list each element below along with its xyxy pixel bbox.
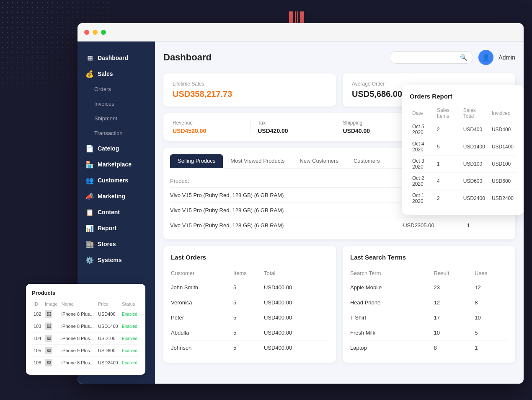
report-date: Oct 1 2020: [410, 190, 434, 207]
revenue-label: Revenue: [173, 120, 244, 126]
prod-col-id: ID: [32, 300, 43, 308]
prod-id: 103: [32, 320, 43, 332]
prod-price: USD100: [96, 332, 120, 345]
prod-image: 🖼: [43, 345, 60, 357]
bottom-row: Last Orders Customer Items Total John Sm…: [163, 246, 515, 363]
prod-id: 104: [32, 332, 43, 345]
report-sales-items: 5: [434, 138, 461, 156]
sidebar-item-catalog[interactable]: 📄 Catelog: [77, 140, 155, 156]
order-total: USD400.00: [264, 295, 328, 310]
order-customer: Abdulla: [171, 325, 233, 340]
tab-new-customers[interactable]: New Customers: [292, 154, 346, 168]
sidebar-item-transaction[interactable]: Transaction: [77, 126, 155, 140]
prod-image: 🖼: [43, 357, 60, 369]
search-term: Laptop: [350, 340, 434, 356]
sidebar-item-shipment[interactable]: Shipment: [77, 111, 155, 126]
prod-id: 102: [32, 308, 43, 320]
col-uses: Uses: [475, 267, 508, 280]
product-price: USD2305.00: [403, 218, 467, 233]
last-orders-table: Customer Items Total John Smith 5 USD400…: [171, 267, 328, 355]
traffic-light-red[interactable]: [84, 30, 89, 35]
col-product: Product: [170, 174, 403, 188]
product-thumbnail: 🖼: [45, 335, 52, 342]
sidebar-label-marketplace: Marketplace: [98, 161, 132, 168]
browser-chrome: [77, 23, 524, 42]
tab-selling-products[interactable]: Selling Producs: [170, 154, 223, 168]
table-row: Fresh Milk 10 5: [350, 325, 508, 340]
table-row: Apple Mobile 23 12: [350, 280, 508, 295]
order-items: 5: [233, 325, 264, 340]
report-col-date: Date: [410, 106, 434, 121]
sidebar-item-orders[interactable]: Orders: [77, 82, 155, 96]
search-result: 12: [434, 295, 475, 310]
product-quantity: 1: [467, 218, 509, 233]
status-badge: Enabled: [122, 361, 137, 365]
avatar: 👤: [478, 50, 493, 65]
marketing-icon: 📣: [86, 192, 93, 200]
lifetime-sales-value: USD358,217.73: [173, 89, 327, 99]
sidebar-item-marketplace[interactable]: 🏪 Marketplace: [77, 156, 155, 172]
list-item: 106 🖼 iPhone 8 Plus... USD2400 Enabled: [32, 357, 139, 369]
table-row: Laptop 8 1: [350, 340, 508, 356]
search-term: T Shirt: [350, 310, 434, 325]
user-name: Admin: [498, 54, 515, 61]
report-sales-total: USD100: [461, 156, 489, 173]
sidebar-label-sales: Sales: [98, 70, 113, 77]
sidebar-item-stores[interactable]: 🏬 Stores: [77, 236, 155, 252]
sidebar-item-customers[interactable]: 👥 Customers: [77, 172, 155, 188]
traffic-light-yellow[interactable]: [93, 30, 98, 35]
sidebar-label-invoices: Invoices: [94, 101, 114, 107]
prod-status: Enabled: [120, 332, 139, 345]
order-customer: John Smith: [171, 280, 233, 295]
sidebar-label-shipment: Shipment: [94, 115, 117, 122]
order-customer: Johnson: [171, 340, 233, 356]
product-thumbnail: 🖼: [45, 322, 52, 330]
prod-col-price: Price: [96, 300, 120, 308]
search-result: 10: [434, 325, 475, 340]
search-result: 17: [434, 310, 475, 325]
sidebar-item-content[interactable]: 📋 Content: [77, 204, 155, 220]
product-thumbnail: 🖼: [45, 310, 52, 318]
tab-most-viewed[interactable]: Most Viewed Products: [223, 154, 292, 168]
order-total: USD400.00: [264, 340, 328, 356]
sidebar-label-transaction: Transaction: [94, 130, 122, 136]
products-floating-title: Products: [32, 290, 139, 296]
sidebar-item-dashboard[interactable]: ⊞ Dashboard: [77, 50, 155, 66]
header-right: 🔍 👤 Admin: [390, 50, 515, 65]
table-row: Vivo V15 Pro (Ruby Red, 128 GB) (6 GB RA…: [170, 218, 509, 233]
report-col-sales-items: Sales Items: [434, 106, 461, 121]
sidebar-label-orders: Orders: [94, 86, 111, 92]
orders-report-table: Date Sales Items Sales Total Invoiced Oc…: [410, 106, 516, 207]
table-row: Peter 5 USD400.00: [171, 310, 328, 325]
report-sales-total: USD2400: [461, 190, 489, 207]
report-invoiced: USD2400: [489, 190, 516, 207]
order-customer: Peter: [171, 310, 233, 325]
tax-label: Tax: [258, 120, 329, 126]
col-customer: Customer: [171, 267, 233, 280]
report-sales-items: 4: [434, 173, 461, 190]
table-row: John Smith 5 USD400.00: [171, 280, 328, 295]
traffic-light-green[interactable]: [101, 30, 106, 35]
list-item: 104 🖼 iPhone 8 Plus... USD100 Enabled: [32, 332, 139, 345]
customers-icon: 👥: [86, 177, 93, 184]
tab-customers[interactable]: Customers: [346, 154, 387, 168]
report-invoiced: USD100: [489, 156, 516, 173]
table-row: Johnson 5 USD400.00: [171, 340, 328, 356]
sidebar-item-report[interactable]: 📊 Report: [77, 220, 155, 236]
order-items: 5: [233, 310, 264, 325]
table-row: Oct 4 2020 5 USD1400 USD1400: [410, 138, 516, 156]
status-badge: Enabled: [122, 336, 137, 341]
sidebar-item-invoices[interactable]: Invoices: [77, 96, 155, 111]
list-item: 102 🖼 iPhone 8 Plus... USD400 Enabled: [32, 308, 139, 320]
sidebar-item-sales[interactable]: 💰 Sales: [77, 66, 155, 82]
prod-col-name: Name: [60, 300, 96, 308]
sidebar-item-systems[interactable]: ⚙️ Systems: [77, 252, 155, 268]
sidebar-label-content: Content: [98, 209, 120, 216]
last-search-card: Last Search Terms Search Term Result Use…: [343, 246, 515, 363]
table-row: Oct 5 2020 2 USD400 USD400: [410, 121, 516, 138]
orders-report-title: Orders Report: [410, 93, 516, 100]
search-input[interactable]: [396, 55, 457, 61]
report-sales-total: USD600: [461, 173, 489, 190]
sidebar-item-marketing[interactable]: 📣 Marketing: [77, 188, 155, 204]
prod-price: USD2400: [96, 357, 120, 369]
